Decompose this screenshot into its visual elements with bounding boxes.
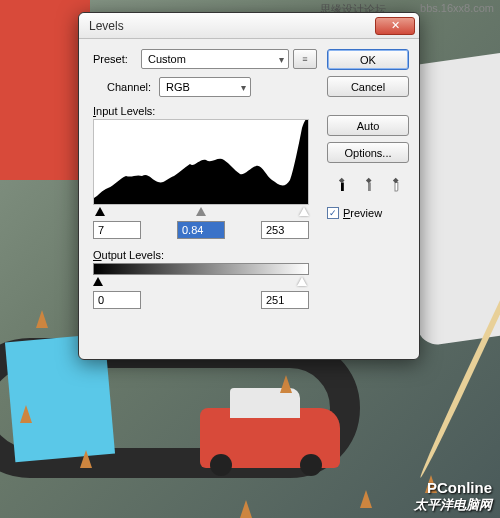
- preset-select[interactable]: Custom: [141, 49, 289, 69]
- auto-button[interactable]: Auto: [327, 115, 409, 136]
- channel-value: RGB: [166, 81, 190, 93]
- output-white-slider[interactable]: [297, 277, 307, 286]
- input-black-slider[interactable]: [95, 207, 105, 216]
- preset-menu-button[interactable]: ≡: [293, 49, 317, 69]
- eyedropper-black-icon[interactable]: [332, 175, 350, 193]
- input-slider-track: [93, 207, 309, 217]
- output-slider-track: [93, 277, 309, 287]
- output-black-slider[interactable]: [93, 277, 103, 286]
- svg-rect-0: [339, 178, 345, 184]
- watermark-brand: PConline: [427, 479, 492, 496]
- input-gamma-field[interactable]: [177, 221, 225, 239]
- close-button[interactable]: ✕: [375, 17, 415, 35]
- options-button[interactable]: Options...: [327, 142, 409, 163]
- channel-select[interactable]: RGB: [159, 77, 251, 97]
- output-black-field[interactable]: [93, 291, 141, 309]
- preset-label: Preset:: [93, 53, 141, 65]
- output-white-field[interactable]: [261, 291, 309, 309]
- input-levels-label: Input Levels:: [93, 105, 317, 117]
- titlebar[interactable]: Levels ✕: [79, 13, 419, 39]
- ok-button[interactable]: OK: [327, 49, 409, 70]
- output-levels-label: Output Levels:: [93, 249, 317, 261]
- watermark-top-right: bbs.16xx8.com: [420, 2, 494, 14]
- watermark-cn: 太平洋电脑网: [414, 496, 492, 514]
- output-gradient: [93, 263, 309, 275]
- preview-checkbox[interactable]: ✓: [327, 207, 339, 219]
- preset-value: Custom: [148, 53, 186, 65]
- svg-rect-1: [366, 178, 372, 184]
- eyedropper-white-icon[interactable]: [386, 175, 404, 193]
- input-white-slider[interactable]: [299, 207, 309, 216]
- preview-label: Preview: [343, 207, 382, 219]
- channel-label: Channel:: [107, 81, 159, 93]
- menu-icon: ≡: [302, 54, 307, 64]
- cancel-button[interactable]: Cancel: [327, 76, 409, 97]
- input-black-field[interactable]: [93, 221, 141, 239]
- input-gamma-slider[interactable]: [196, 207, 206, 216]
- levels-dialog: Levels ✕ Preset: Custom ≡ Channel: RGB: [78, 12, 420, 360]
- histogram: [93, 119, 309, 205]
- dialog-title: Levels: [89, 19, 375, 33]
- eyedropper-gray-icon[interactable]: [359, 175, 377, 193]
- input-white-field[interactable]: [261, 221, 309, 239]
- close-icon: ✕: [391, 19, 400, 32]
